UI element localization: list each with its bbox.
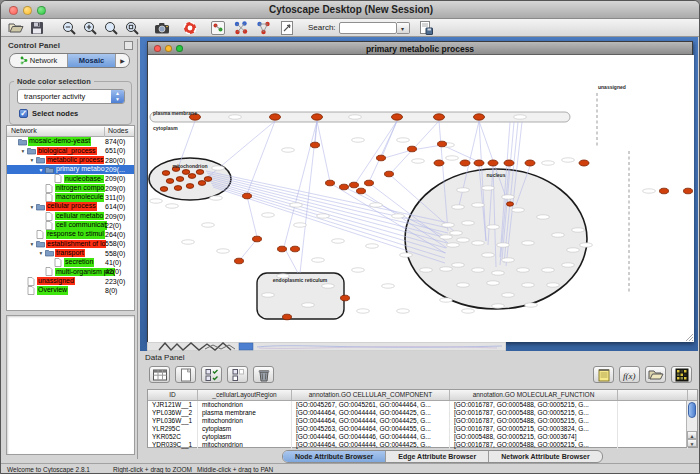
tree-row-secretion[interactable]: secretion41(0) — [7, 258, 134, 267]
table-row[interactable]: YDR039C__1mitochondrion[GO:0044464, GO:0… — [148, 441, 697, 449]
tab-node-attribute-browser[interactable]: Node Attribute Browser — [283, 451, 386, 462]
tree-row-macromolecule[interactable]: macromolecule311(0) — [7, 193, 134, 202]
zoom-fit-icon[interactable] — [123, 20, 140, 36]
tree-row-response-to-stimul[interactable]: response to stimul264(0) — [7, 230, 134, 239]
tab-mosaic[interactable]: Mosaic — [68, 54, 116, 67]
tree-row-nitrogen-compo[interactable]: nitrogen compo209(0) — [7, 183, 134, 192]
function-icon-button[interactable]: f(x) — [619, 366, 640, 383]
network-node[interactable] — [660, 188, 669, 194]
matrix-icon-button[interactable] — [671, 366, 692, 383]
table-column-header[interactable] — [618, 390, 688, 400]
tree-row-cell-communicat[interactable]: cell communicat22(0) — [7, 221, 134, 230]
tree-row-transport[interactable]: ▾transport558(0) — [7, 249, 134, 258]
network-node[interactable] — [350, 182, 359, 188]
resize-grip-icon[interactable] — [686, 334, 693, 341]
network-node[interactable] — [684, 188, 693, 194]
network-node[interactable] — [408, 146, 417, 152]
table-row[interactable]: YPL036W__2plasma membrane[GO:0044464, GO… — [148, 409, 697, 417]
network-window-titlebar[interactable]: primary metabolic process — [148, 42, 692, 55]
tree-row-primary-metabo[interactable]: ▾primary metabo209(... — [7, 165, 134, 174]
tab-edge-attribute-browser[interactable]: Edge Attribute Browser — [386, 451, 489, 462]
network-node[interactable] — [434, 114, 445, 120]
attribute-table[interactable]: ID_cellularLayoutRegionannotation.GO CEL… — [147, 389, 698, 448]
search-dropdown-button[interactable]: ▾ — [397, 22, 410, 34]
notepad-icon-button[interactable] — [593, 366, 614, 383]
node-color-dropdown[interactable]: transporter activity ▲▼ — [17, 89, 125, 104]
help-lifesaver-icon[interactable] — [181, 20, 198, 36]
network-node[interactable] — [438, 141, 447, 147]
network-node[interactable] — [253, 236, 262, 242]
network-node[interactable] — [243, 193, 252, 199]
tree-row-mosaic-demo-yeast[interactable]: mosaic-demo-yeast874(0) — [7, 137, 134, 146]
expand-arrow-icon[interactable]: ▾ — [28, 241, 36, 247]
network-node[interactable] — [460, 160, 470, 166]
network-node[interactable] — [188, 174, 196, 179]
network-node[interactable] — [579, 160, 589, 166]
network-node[interactable] — [474, 114, 485, 120]
network-node[interactable] — [434, 160, 444, 166]
table-icon-button[interactable] — [149, 366, 170, 383]
import-folder-icon-button[interactable] — [645, 366, 666, 383]
network-canvas[interactable]: plasma membranecytoplasmmitochondrionnuc… — [148, 55, 694, 342]
network-node[interactable] — [488, 160, 498, 166]
save-icon[interactable] — [28, 20, 45, 36]
tab-network[interactable]: Network — [10, 54, 68, 67]
zoom-in-icon[interactable] — [81, 20, 98, 36]
select-nodes-checkbox[interactable]: ✓ — [19, 109, 28, 118]
network-node[interactable] — [525, 160, 535, 166]
tree-header[interactable]: Network Nodes — [7, 126, 134, 137]
network-node[interactable] — [291, 246, 300, 252]
network-node[interactable] — [326, 180, 335, 186]
snapshot-camera-icon[interactable] — [153, 20, 170, 36]
window-titlebar[interactable]: Cytoscape Desktop (New Session) — [1, 1, 700, 19]
tree-row-overview[interactable]: Overview8(0) — [7, 286, 134, 295]
annotation-icon[interactable] — [278, 20, 295, 36]
birdseye-view-panel[interactable] — [6, 315, 135, 455]
float-panel-icon[interactable] — [124, 41, 133, 50]
network-node[interactable] — [162, 171, 170, 176]
tree-row-establishment-of-lo[interactable]: ▾establishment of lo558(0) — [7, 239, 134, 248]
table-column-header[interactable]: annotation.GO CELLULAR_COMPONENT — [292, 390, 450, 400]
expand-arrow-icon[interactable]: ▾ — [37, 167, 45, 173]
layout-icon-a[interactable] — [232, 20, 249, 36]
network-node[interactable] — [196, 170, 204, 175]
table-row[interactable]: YJR121W__1mitochondrion[GO:0045267, GO:0… — [148, 401, 697, 409]
table-column-header[interactable]: ID — [148, 390, 198, 400]
table-row[interactable]: YKR052Ccytoplasm[GO:0044464, GO:0044446,… — [148, 433, 697, 441]
expand-arrow-icon[interactable]: ▾ — [37, 250, 45, 256]
network-node[interactable] — [270, 114, 281, 120]
network-node[interactable] — [385, 171, 394, 177]
zoom-actual-icon[interactable] — [102, 20, 119, 36]
network-node[interactable] — [204, 177, 212, 182]
session-save-icon[interactable] — [418, 20, 435, 36]
tab-overflow-arrow[interactable]: ▶ — [116, 54, 129, 67]
network-node[interactable] — [166, 179, 174, 184]
layout-icon-b[interactable] — [255, 20, 272, 36]
network-node[interactable] — [160, 187, 168, 192]
expand-arrow-icon[interactable]: ▾ — [28, 157, 36, 163]
network-node[interactable] — [377, 155, 386, 161]
tab-network-attribute-browser[interactable]: Network Attribute Browser — [489, 451, 601, 462]
search-input[interactable] — [339, 22, 397, 34]
table-column-header[interactable]: _cellularLayoutRegion — [198, 390, 292, 400]
network-node[interactable] — [283, 314, 292, 320]
scrollbar-thumb[interactable] — [688, 402, 696, 418]
network-node[interactable] — [235, 258, 244, 264]
scroll-down-button[interactable]: ▼ — [687, 439, 697, 447]
delete-attribute-icon-button[interactable] — [253, 366, 274, 383]
network-node[interactable] — [182, 170, 190, 175]
table-row[interactable]: YLR295Ccytoplasm[GO:0045263, GO:0044464,… — [148, 425, 697, 433]
network-node[interactable] — [392, 114, 403, 120]
network-node[interactable] — [341, 295, 350, 301]
tree-row-cellular-process[interactable]: ▾cellular process614(0) — [7, 202, 134, 211]
table-row[interactable]: YPL036W__1mitochondrion[GO:0044464, GO:0… — [148, 417, 697, 425]
tree-row-cellular-metabo[interactable]: cellular metabo209(0) — [7, 211, 134, 220]
network-node[interactable] — [474, 160, 484, 166]
select-attributes-icon-button[interactable] — [201, 366, 222, 383]
expand-arrow-icon[interactable]: ▾ — [19, 148, 27, 154]
tree-row-multi-organism-pro[interactable]: multi-organism pro42(0) — [7, 267, 134, 276]
network-node[interactable] — [198, 181, 206, 186]
zoom-out-icon[interactable] — [60, 20, 77, 36]
tree-row-unassigned[interactable]: unassigned223(0) — [7, 276, 134, 285]
vizmapper-icon[interactable] — [209, 20, 226, 36]
